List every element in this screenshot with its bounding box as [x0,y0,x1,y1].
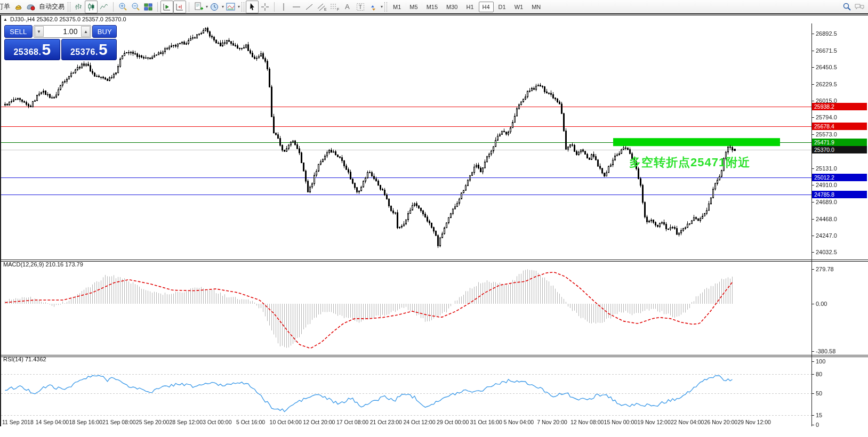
svg-text:F: F [337,7,339,11]
volume-control: ▼ 1.00 ▲ [34,25,92,38]
volume-increase-button[interactable]: ▲ [81,26,90,37]
autotrading-icon[interactable] [25,1,37,13]
buy-price-button[interactable]: 25376. 5 [61,39,117,60]
chat-icon[interactable] [853,1,866,13]
zoom-out-icon[interactable] [129,1,142,13]
tab-timeframe-h1[interactable]: H1 [462,2,477,12]
arrows-tool-dropdown[interactable]: ▾ [381,4,383,9]
sell-price-button[interactable]: 25368. 5 [4,39,60,60]
chart-shift-icon[interactable] [173,1,186,13]
chart-title-row: ▲ DJ30-,H4 25362.0 25375.0 25357.0 25370… [3,16,126,22]
search-icon[interactable] [840,1,853,13]
tab-timeframe-mn[interactable]: MN [528,2,544,12]
tab-timeframe-m5[interactable]: M5 [406,2,421,12]
autotrading-button[interactable]: 自动交易 [39,2,65,11]
tile-windows-icon[interactable] [142,1,155,13]
buy-price-int: 25376. [70,47,98,57]
cursor-tool-icon[interactable] [246,1,259,13]
svg-text:T: T [359,4,363,10]
svg-text:A: A [345,3,350,11]
tab-timeframe-w1[interactable]: W1 [511,2,527,12]
rsi-indicator-label: RSI(14) 71.4362 [3,356,46,362]
template-icon[interactable] [224,1,237,13]
collapse-panel-icon[interactable]: ▲ [3,17,7,22]
tab-timeframe-m30[interactable]: M30 [443,2,461,12]
horizontal-line-tool-icon[interactable] [290,1,303,13]
sell-price-fraction: 5 [42,44,51,55]
one-click-trading-panel: SELL ▼ 1.00 ▲ BUY 25368. 5 25376. 5 [4,25,117,60]
equidistant-channel-tool-icon[interactable]: E [316,1,328,13]
line-chart-mode-icon[interactable] [98,1,110,13]
timeframe-toolbar: M1 M5 M15 M30 H1 H4 D1 W1 MN [389,1,545,13]
add-indicator-icon[interactable] [192,1,205,13]
bar-chart-mode-icon[interactable] [72,1,85,13]
buy-price-fraction: 5 [99,44,108,55]
symbol-title: DJ30-,H4 25362.0 25375.0 25357.0 25370.0 [10,16,126,22]
auto-scroll-icon[interactable] [160,1,173,13]
tab-timeframe-h4[interactable]: H4 [479,2,494,12]
candlestick-mode-icon[interactable] [85,1,98,13]
text-label-tool-icon[interactable]: T [354,1,367,13]
tab-timeframe-m1[interactable]: M1 [389,2,405,12]
new-order-icon[interactable] [12,1,25,13]
fibonacci-tool-icon[interactable]: F [328,1,341,13]
tab-timeframe-d1[interactable]: D1 [495,2,510,12]
trendline-tool-icon[interactable] [303,1,316,13]
chart-annotation-text: 多空转折点25471附近 [629,155,750,171]
volume-decrease-button[interactable]: ▼ [35,26,44,37]
price-chart-canvas[interactable] [0,0,868,437]
buy-button[interactable]: BUY [92,25,117,38]
svg-text:E: E [324,7,327,11]
tab-timeframe-m15[interactable]: M15 [423,2,441,12]
vertical-line-tool-icon[interactable] [277,1,290,13]
macd-indicator-label: MACD(12,26,9) 210.16 173.79 [3,261,83,268]
periods-icon[interactable] [208,1,221,13]
crosshair-tool-icon[interactable] [259,1,271,13]
main-toolbar: 订单 自动交易 [0,0,868,14]
text-tool-icon[interactable]: A [341,1,354,13]
arrows-tool-icon[interactable] [367,1,380,13]
mt4-application-window: 订单 自动交易 [0,0,868,437]
sell-button[interactable]: SELL [4,25,33,38]
volume-input[interactable]: 1.00 [44,26,81,37]
sell-price-int: 25368. [13,47,41,57]
template-dropdown[interactable]: ▾ [238,4,240,9]
zoom-in-icon[interactable] [116,1,129,13]
new-order-button[interactable]: 订单 [0,2,10,11]
